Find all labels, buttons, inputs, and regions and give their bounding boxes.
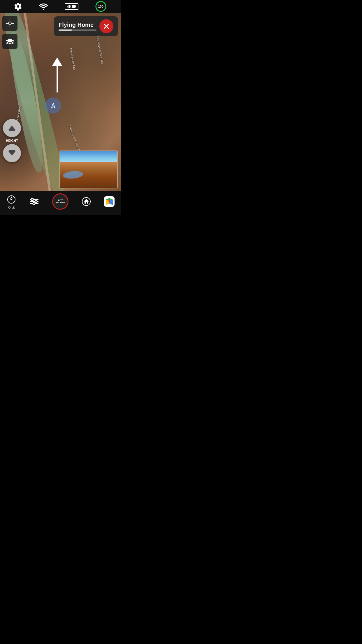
flying-home-title: Flying Home xyxy=(59,22,96,28)
svg-marker-19 xyxy=(10,196,13,199)
crosshair-button[interactable] xyxy=(2,16,17,31)
close-flying-home-button[interactable] xyxy=(99,19,113,33)
nav-item-orbit[interactable]: Orbit xyxy=(6,194,17,209)
nav-item-home[interactable] xyxy=(81,196,92,207)
left-map-controls xyxy=(2,16,17,49)
svg-point-20 xyxy=(10,199,12,200)
camera-preview xyxy=(59,150,118,188)
bottom-navigation: Orbit AUTORECORD xyxy=(0,191,121,215)
height-down-button[interactable] xyxy=(3,144,21,162)
preview-bg xyxy=(60,151,117,188)
wifi-icon xyxy=(39,2,48,10)
svg-marker-28 xyxy=(84,199,89,204)
map-view[interactable]: Colorado River Poison Spider Trail Poiso… xyxy=(0,13,121,191)
svg-marker-1 xyxy=(75,5,76,8)
sliders-icon xyxy=(29,196,40,207)
nav-arrow-container xyxy=(52,57,62,92)
svg-point-4 xyxy=(8,22,11,25)
svg-point-26 xyxy=(33,202,35,205)
drone-circle xyxy=(45,98,61,114)
auto-record-label: AUTORECORD xyxy=(56,199,65,204)
gear-icon[interactable] xyxy=(14,2,22,10)
maps-icon xyxy=(104,196,115,207)
battery-indicator: 100 xyxy=(95,1,107,12)
flying-home-progress-fill xyxy=(59,29,72,31)
flying-home-info: Flying Home xyxy=(59,22,96,31)
layers-button[interactable] xyxy=(2,34,17,49)
orbit-icon xyxy=(6,194,17,205)
resolution-badge: 4K xyxy=(65,3,78,10)
svg-marker-11 xyxy=(51,103,55,108)
height-controls: HEIGHT xyxy=(3,119,21,162)
flying-home-notification: Flying Home xyxy=(54,16,118,36)
svg-point-24 xyxy=(31,198,34,201)
svg-point-25 xyxy=(35,200,37,203)
nav-item-maps[interactable] xyxy=(104,196,115,207)
direction-arrow-up xyxy=(52,57,62,66)
svg-marker-12 xyxy=(8,126,15,130)
nav-item-settings[interactable] xyxy=(29,196,40,207)
direction-arrow-line xyxy=(57,66,58,92)
height-label: HEIGHT xyxy=(6,139,18,142)
status-bar: 4K 100 xyxy=(0,0,121,13)
battery-percent: 100 xyxy=(98,5,103,8)
drone-position xyxy=(45,98,61,114)
svg-marker-15 xyxy=(8,151,15,155)
flying-home-progress-bar xyxy=(59,29,96,31)
svg-rect-0 xyxy=(72,5,75,8)
home-icon xyxy=(81,196,92,207)
auto-record-button[interactable]: AUTORECORD xyxy=(52,193,68,210)
orbit-label: Orbit xyxy=(8,206,15,209)
height-up-button[interactable] xyxy=(3,119,21,137)
nav-item-autorecord[interactable]: AUTORECORD xyxy=(52,193,68,210)
